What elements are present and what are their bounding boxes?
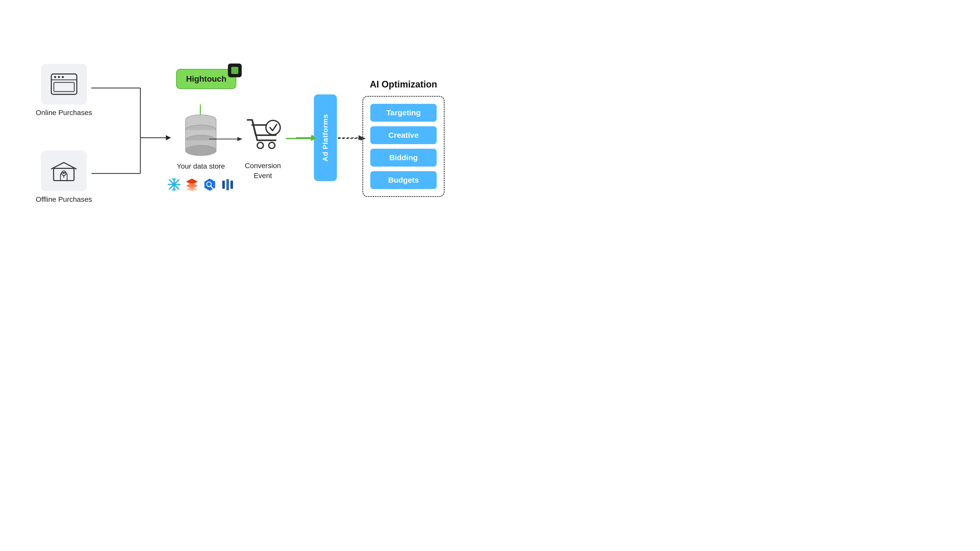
svg-point-54	[257, 142, 263, 148]
svg-rect-53	[231, 181, 233, 189]
svg-rect-19	[54, 83, 74, 92]
svg-point-18	[62, 76, 64, 78]
ad-platforms-box: Ad Platforms	[314, 94, 337, 181]
offline-purchases-label: Offline Purchases	[36, 195, 92, 203]
ai-optimization-section: AI Optimization Targeting Creative Biddi…	[363, 79, 445, 197]
datastore-tech-icons	[167, 178, 234, 191]
ai-option-creative: Creative	[370, 126, 437, 144]
svg-point-16	[54, 76, 56, 78]
conversion-event-label: ConversionEvent	[245, 161, 281, 181]
online-purchases-icon-box	[41, 64, 87, 105]
ai-option-budgets: Budgets	[370, 171, 437, 189]
green-arrow	[286, 136, 317, 142]
svg-marker-62	[360, 137, 366, 141]
dotted-arrow	[338, 136, 366, 142]
svg-rect-52	[226, 179, 229, 190]
ai-option-bidding: Bidding	[370, 149, 437, 167]
svg-point-56	[266, 121, 280, 135]
svg-point-17	[58, 76, 60, 78]
databricks-icon	[185, 178, 199, 191]
datastore-col: Your data store	[167, 112, 234, 191]
ai-option-targeting: Targeting	[370, 104, 437, 122]
offline-purchases-item: Offline Purchases	[36, 151, 92, 203]
svg-marker-47	[186, 187, 198, 191]
snowflake-icon	[167, 178, 181, 191]
svg-marker-60	[311, 136, 317, 141]
hightouch-box: Hightouch	[176, 69, 236, 92]
svg-point-34	[186, 145, 216, 156]
ad-platforms-label: Ad Platforms	[321, 114, 329, 162]
datastore-label: Your data store	[177, 162, 225, 170]
online-purchases-label: Online Purchases	[36, 109, 92, 117]
diagram-wrapper: Online Purchases Offline Purchases Hight…	[28, 48, 462, 227]
ad-platforms-col: Ad Platforms	[314, 94, 337, 181]
ai-optimization-title: AI Optimization	[370, 79, 437, 90]
bigquery-icon	[203, 178, 217, 191]
hightouch-label: Hightouch	[176, 69, 236, 89]
redshift-icon	[221, 178, 234, 191]
hightouch-logo-badge	[228, 64, 242, 77]
conversion-event-col: ConversionEvent	[242, 115, 283, 181]
ai-options-box: Targeting Creative Bidding Budgets	[363, 96, 445, 197]
svg-point-23	[63, 172, 65, 174]
svg-marker-58	[237, 137, 242, 141]
svg-rect-51	[222, 181, 225, 189]
offline-purchases-icon-box	[41, 151, 87, 191]
svg-point-55	[269, 142, 275, 148]
datastore-to-conversion-arrow	[209, 137, 242, 143]
svg-rect-20	[54, 168, 74, 181]
hightouch-logo-green	[231, 67, 239, 74]
online-purchases-item: Online Purchases	[36, 64, 92, 117]
